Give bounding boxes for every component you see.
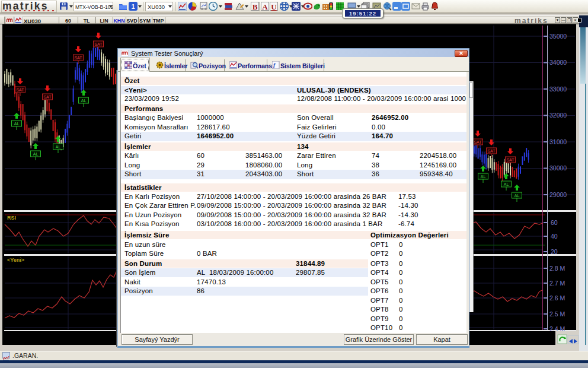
svg-text:31000: 31000 xyxy=(549,138,567,145)
svg-text:AL: AL xyxy=(14,122,20,126)
svg-text:2.7 M: 2.7 M xyxy=(549,280,565,287)
svg-text:RSI: RSI xyxy=(7,215,16,221)
svg-text:1: 1 xyxy=(131,3,135,10)
svg-text:AL: AL xyxy=(33,152,39,156)
svg-text:60: 60 xyxy=(551,219,558,226)
svg-text:30000: 30000 xyxy=(549,164,567,172)
svg-text:20: 20 xyxy=(551,248,558,255)
svg-text:SAT: SAT xyxy=(16,88,24,92)
svg-text:33000: 33000 xyxy=(549,85,567,93)
svg-text:2.4 M: 2.4 M xyxy=(549,325,565,332)
svg-text:<Yeni>: <Yeni> xyxy=(7,257,24,263)
svg-text:AL: AL xyxy=(481,175,486,179)
svg-text:29000: 29000 xyxy=(549,191,567,198)
svg-text:34000: 34000 xyxy=(549,59,567,66)
svg-text:AL: AL xyxy=(56,145,61,149)
svg-text:SAT: SAT xyxy=(474,140,482,144)
svg-text:2.6 M: 2.6 M xyxy=(549,294,565,302)
svg-text:2.5 M: 2.5 M xyxy=(549,310,565,318)
svg-text:SAT: SAT xyxy=(506,158,514,162)
svg-text:2.8 M: 2.8 M xyxy=(549,265,565,272)
svg-text:SAT: SAT xyxy=(74,56,82,60)
svg-text:SAT: SAT xyxy=(94,42,103,46)
svg-text:AL: AL xyxy=(504,182,509,186)
svg-text:SAT: SAT xyxy=(487,149,496,153)
svg-text:32000: 32000 xyxy=(549,112,567,119)
svg-text:35000: 35000 xyxy=(549,33,567,40)
svg-text:40: 40 xyxy=(551,233,558,240)
svg-text:AL: AL xyxy=(81,99,87,103)
svg-text:SAT: SAT xyxy=(43,95,52,99)
svg-text:AL: AL xyxy=(514,193,520,198)
